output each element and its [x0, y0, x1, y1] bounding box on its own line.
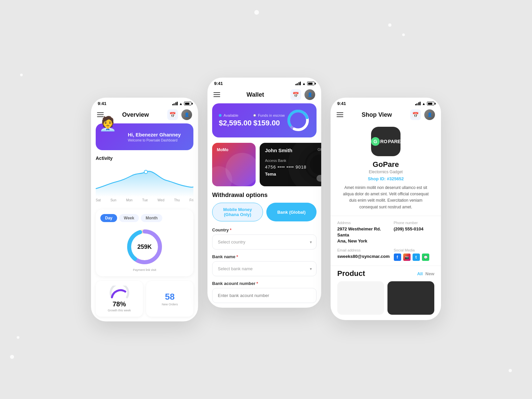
growth-label: Growth this week: [108, 309, 131, 312]
tab-day[interactable]: Day: [100, 214, 117, 222]
email-value: sweeks80@syncmar.com: [337, 254, 390, 260]
tab-week[interactable]: Week: [119, 214, 139, 222]
logo-ro: RO: [380, 139, 387, 144]
growth-card: 78% Growth this week: [96, 281, 143, 317]
bank-name-select-wrapper: Select bank name ▾: [212, 261, 317, 276]
battery-icon-1: [184, 102, 191, 105]
avatar-1[interactable]: 👤: [181, 109, 192, 120]
bank-name-select[interactable]: Select bank name: [212, 261, 317, 276]
social-label: Social Media: [394, 248, 434, 252]
svg-point-9: [308, 153, 321, 176]
social-icons: f 📷 t 💬: [394, 254, 434, 261]
escrow-balance: Funds in escrow $159.00: [253, 113, 285, 127]
balance-donut: [286, 109, 310, 132]
facebook-icon[interactable]: f: [394, 254, 401, 261]
product-title: Product: [337, 269, 365, 278]
bank-card[interactable]: John Smith Ghana Access Bank 4756 •••• •…: [260, 143, 321, 186]
avatar-2[interactable]: 👤: [304, 89, 315, 100]
donut-label: Payment link visit: [133, 268, 156, 272]
shop-logo: G RO PARE: [371, 137, 401, 146]
banner-text: Hi, Ebenezer Ghanney Welcome to Powrsale…: [128, 132, 181, 142]
whatsapp-icon[interactable]: 💬: [422, 254, 429, 261]
momo-card[interactable]: MoMo: [212, 143, 256, 186]
stats-tabs: Day Week Month: [100, 214, 189, 222]
balance-card: Available $2,595.00 Funds in escrow $159…: [212, 103, 317, 137]
escrow-dot: [253, 114, 256, 117]
phones-container: 9:41 ▲ Overview 📅: [91, 78, 441, 321]
phone-overview: 9:41 ▲ Overview 📅: [91, 98, 198, 321]
phone-value: (209) 555-0104: [394, 226, 434, 232]
escrow-amount: $159.00: [253, 119, 285, 127]
card-toggle[interactable]: [317, 175, 321, 182]
banner-figure: 🧑‍💼: [99, 117, 122, 143]
phone-wallet: 9:41 ▲ Wallet 📅: [207, 78, 321, 308]
nav-icons-3: 📅 👤: [410, 109, 435, 120]
status-icons-2: ▲: [295, 82, 315, 86]
momo-label: MoMo: [217, 147, 229, 152]
withdrawal-section: Withdrawal options Mobile Money (Ghana O…: [207, 192, 321, 303]
top-nav-2: Wallet 📅 👤: [207, 87, 321, 103]
activity-chart: [96, 164, 193, 197]
donut-chart: 259K: [124, 227, 165, 267]
calendar-button-3[interactable]: 📅: [410, 109, 421, 120]
shop-info-grid: Address 2972 Westheimer Rd.SantaAna, New…: [331, 216, 441, 266]
product-card-2[interactable]: [387, 281, 434, 315]
wifi-icon-1: ▲: [179, 102, 183, 106]
cards-scroll: MoMo John Smith Ghana Access Bank 4756 •…: [207, 143, 321, 192]
status-bar-1: 9:41 ▲: [91, 98, 198, 107]
product-tabs: All New: [417, 271, 434, 276]
growth-percent: 78%: [112, 300, 126, 308]
status-bar-2: 9:41 ▲: [207, 78, 321, 87]
account-number-required: *: [256, 281, 258, 286]
status-icons-3: ▲: [415, 102, 434, 106]
wifi-icon-2: ▲: [302, 82, 306, 86]
twitter-icon[interactable]: t: [413, 254, 420, 261]
mobile-money-tab[interactable]: Mobile Money (Ghana Only): [212, 203, 263, 221]
withdrawal-title: Withdrawal options: [212, 192, 317, 199]
welcome-banner: 🧑‍💼 Hi, Ebenezer Ghanney Welcome to Powr…: [96, 123, 193, 150]
chart-days: Sat Sun Mon Tue Wed Thu Fri: [96, 197, 193, 206]
status-time-3: 9:41: [337, 101, 346, 106]
email-block: Email address sweeks80@syncmar.com: [337, 248, 390, 261]
battery-icon-2: [307, 82, 315, 85]
tab-all[interactable]: All: [417, 271, 423, 276]
balance-row: Available $2,595.00 Funds in escrow $159…: [219, 109, 310, 132]
country-required: *: [230, 227, 232, 232]
activity-label: Activity: [96, 156, 193, 161]
available-label: Available: [224, 113, 238, 117]
calendar-button-2[interactable]: 📅: [290, 89, 301, 100]
avatar-3[interactable]: 👤: [424, 109, 435, 120]
tab-new[interactable]: New: [425, 271, 434, 276]
address-label: Address: [337, 221, 390, 225]
product-section: Product All New: [331, 266, 441, 320]
available-balance: Available $2,595.00: [219, 113, 252, 127]
menu-button-2[interactable]: [213, 92, 220, 97]
donut-row: 259K Payment link visit: [100, 227, 189, 272]
orders-value: 58: [165, 292, 175, 302]
nav-title-2: Wallet: [247, 91, 264, 98]
orders-label: New Orders: [162, 303, 178, 306]
status-bar-3: 9:41 ▲: [331, 98, 441, 107]
bottom-cards: 78% Growth this week 58 New Orders: [96, 281, 193, 317]
calendar-button-1[interactable]: 📅: [167, 109, 178, 120]
signal-icon-1: [172, 102, 178, 105]
donut-value: 259K: [137, 243, 152, 251]
account-number-form-group: Bank acount number *: [212, 281, 317, 303]
shop-id: Shop ID: #325652: [368, 176, 404, 181]
chevron-down-icon: ▾: [310, 240, 312, 244]
country-select[interactable]: Select country: [212, 234, 317, 250]
tab-month[interactable]: Month: [141, 214, 162, 222]
account-number-input[interactable]: [212, 288, 317, 303]
battery-icon-3: [427, 102, 434, 105]
available-amount: $2,595.00: [219, 119, 252, 127]
signal-icon-3: [415, 102, 421, 105]
address-block: Address 2972 Westheimer Rd.SantaAna, New…: [337, 221, 390, 244]
product-card-1[interactable]: [337, 281, 384, 315]
nav-icons-1: 📅 👤: [167, 109, 192, 120]
banner-subtitle: Welcome to Powrsale Dashboard: [128, 138, 181, 142]
menu-button-3[interactable]: [337, 112, 343, 117]
bank-global-tab[interactable]: Bank (Global): [266, 203, 317, 221]
wifi-icon-3: ▲: [422, 102, 426, 106]
instagram-icon[interactable]: 📷: [403, 254, 411, 261]
shop-name: GoPare: [373, 160, 399, 169]
